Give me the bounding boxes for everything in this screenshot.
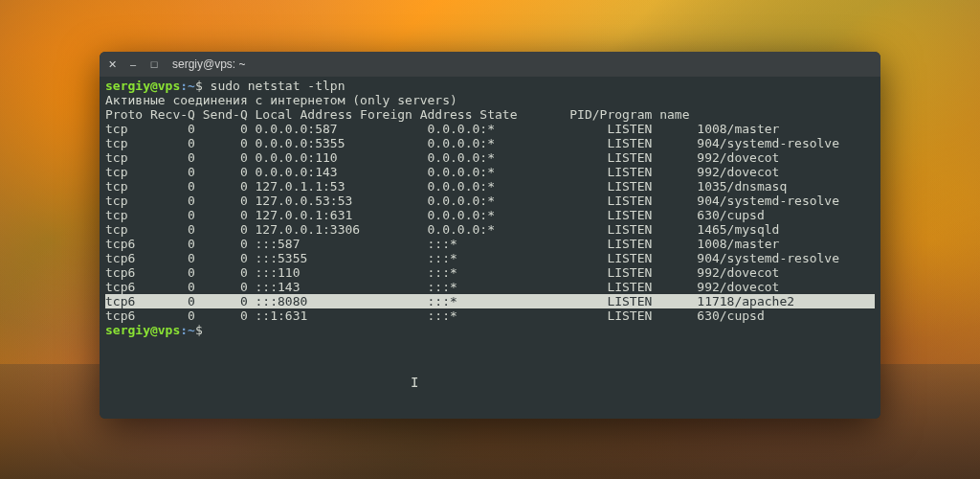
command-text: sudo netstat -tlpn <box>211 79 345 93</box>
prompt-dollar: $ <box>195 79 211 93</box>
table-row: tcp 0 0 0.0.0.0:587 0.0.0.0:* LISTEN 100… <box>105 122 875 136</box>
table-row: tcp 0 0 0.0.0.0:143 0.0.0.0:* LISTEN 992… <box>105 165 875 179</box>
terminal-window: ✕ – □ sergiy@vps: ~ sergiy@vps:~$ sudo n… <box>100 52 880 419</box>
maximize-icon[interactable]: □ <box>149 59 159 69</box>
text-cursor-icon: I <box>411 376 412 389</box>
prompt-userhost: sergiy@vps <box>105 79 180 93</box>
prompt-line-2: sergiy@vps:~$ <box>105 323 875 337</box>
table-row: tcp 0 0 0.0.0.0:110 0.0.0.0:* LISTEN 992… <box>105 150 875 165</box>
table-row: tcp6 0 0 :::8080 :::* LISTEN 11718/apach… <box>105 294 875 308</box>
table-row: tcp 0 0 127.0.0.1:631 0.0.0.0:* LISTEN 6… <box>105 208 875 222</box>
table-row: tcp 0 0 127.0.0.1:3306 0.0.0.0:* LISTEN … <box>105 222 875 237</box>
table-row: tcp6 0 0 :::110 :::* LISTEN 992/dovecot <box>105 265 875 280</box>
close-icon[interactable]: ✕ <box>107 59 117 69</box>
terminal-body[interactable]: sergiy@vps:~$ sudo netstat -tlpn Активны… <box>100 77 880 419</box>
prompt-colon: : <box>180 79 188 93</box>
table-row: tcp 0 0 0.0.0.0:5355 0.0.0.0:* LISTEN 90… <box>105 136 875 150</box>
minimize-icon[interactable]: – <box>128 59 138 69</box>
prompt-path: ~ <box>188 79 195 93</box>
table-row: tcp6 0 0 :::143 :::* LISTEN 992/dovecot <box>105 280 875 294</box>
prompt-colon: : <box>180 323 188 337</box>
window-titlebar[interactable]: ✕ – □ sergiy@vps: ~ <box>100 52 880 77</box>
table-row: tcp6 0 0 :::5355 :::* LISTEN 904/systemd… <box>105 251 875 265</box>
table-row: tcp 0 0 127.0.1.1:53 0.0.0.0:* LISTEN 10… <box>105 179 875 194</box>
prompt-line-1: sergiy@vps:~$ sudo netstat -tlpn <box>105 79 875 93</box>
columns-header: Proto Recv-Q Send-Q Local Address Foreig… <box>105 107 875 122</box>
table-row: tcp6 0 0 :::587 :::* LISTEN 1008/master <box>105 237 875 251</box>
window-title: sergiy@vps: ~ <box>172 57 246 71</box>
output-header-1: Активные соединения с интернетом (only s… <box>105 93 875 107</box>
table-row: tcp 0 0 127.0.0.53:53 0.0.0.0:* LISTEN 9… <box>105 194 875 208</box>
prompt-userhost: sergiy@vps <box>105 323 180 337</box>
window-controls: ✕ – □ <box>107 59 159 69</box>
table-row: tcp6 0 0 ::1:631 :::* LISTEN 630/cupsd <box>105 308 875 323</box>
prompt-path: ~ <box>188 323 195 337</box>
prompt-dollar: $ <box>195 323 211 337</box>
